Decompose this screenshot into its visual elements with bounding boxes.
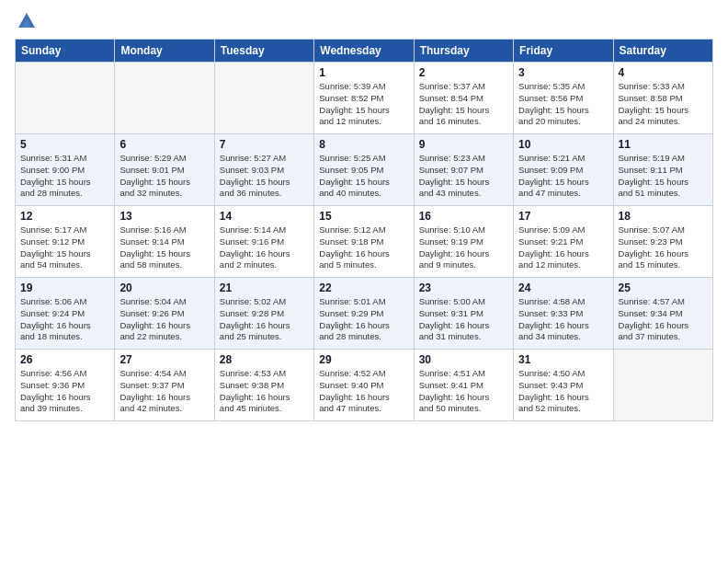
calendar-day: 19Sunrise: 5:06 AMSunset: 9:24 PMDayligh… [16, 278, 115, 350]
day-info: Sunrise: 5:23 AMSunset: 9:07 PMDaylight:… [419, 153, 508, 200]
logo-icon [17, 11, 37, 31]
calendar-day: 2Sunrise: 5:37 AMSunset: 8:54 PMDaylight… [414, 63, 513, 134]
day-info: Sunrise: 5:07 AMSunset: 9:23 PMDaylight:… [619, 224, 708, 271]
day-number: 3 [518, 66, 608, 79]
calendar-day: 3Sunrise: 5:35 AMSunset: 8:56 PMDaylight… [514, 63, 613, 134]
day-number: 29 [319, 353, 408, 366]
day-number: 10 [518, 138, 608, 151]
day-info: Sunrise: 5:02 AMSunset: 9:28 PMDaylight:… [220, 296, 309, 343]
weekday-header: Friday [514, 40, 613, 63]
day-number: 1 [319, 66, 408, 79]
calendar-day: 4Sunrise: 5:33 AMSunset: 8:58 PMDaylight… [613, 63, 712, 134]
day-info: Sunrise: 5:12 AMSunset: 9:18 PMDaylight:… [319, 224, 408, 271]
calendar-day: 5Sunrise: 5:31 AMSunset: 9:00 PMDaylight… [16, 134, 115, 206]
day-info: Sunrise: 5:35 AMSunset: 8:56 PMDaylight:… [518, 81, 608, 128]
day-info: Sunrise: 5:09 AMSunset: 9:21 PMDaylight:… [518, 224, 608, 271]
calendar-week: 1Sunrise: 5:39 AMSunset: 8:52 PMDaylight… [16, 63, 713, 134]
day-info: Sunrise: 5:19 AMSunset: 9:11 PMDaylight:… [619, 153, 708, 200]
calendar-day: 17Sunrise: 5:09 AMSunset: 9:21 PMDayligh… [514, 206, 613, 278]
calendar-day: 22Sunrise: 5:01 AMSunset: 9:29 PMDayligh… [314, 278, 414, 350]
calendar-day [214, 63, 313, 134]
day-info: Sunrise: 5:29 AMSunset: 9:01 PMDaylight:… [119, 153, 209, 200]
day-info: Sunrise: 5:37 AMSunset: 8:54 PMDaylight:… [419, 81, 508, 128]
calendar-day: 21Sunrise: 5:02 AMSunset: 9:28 PMDayligh… [214, 278, 313, 350]
calendar-day: 18Sunrise: 5:07 AMSunset: 9:23 PMDayligh… [613, 206, 712, 278]
day-info: Sunrise: 4:57 AMSunset: 9:34 PMDaylight:… [619, 296, 708, 343]
day-info: Sunrise: 5:17 AMSunset: 9:12 PMDaylight:… [20, 224, 109, 271]
day-info: Sunrise: 5:27 AMSunset: 9:03 PMDaylight:… [220, 153, 309, 200]
weekday-header: Wednesday [314, 40, 414, 63]
header [15, 11, 713, 31]
day-info: Sunrise: 5:33 AMSunset: 8:58 PMDaylight:… [619, 81, 708, 128]
day-number: 22 [319, 282, 408, 294]
day-number: 6 [119, 138, 209, 151]
calendar-day: 6Sunrise: 5:29 AMSunset: 9:01 PMDaylight… [115, 134, 214, 206]
day-info: Sunrise: 5:14 AMSunset: 9:16 PMDaylight:… [220, 224, 309, 271]
day-number: 13 [119, 210, 209, 223]
day-number: 27 [119, 353, 209, 366]
weekday-header: Sunday [16, 40, 115, 63]
day-number: 19 [20, 282, 109, 294]
day-number: 25 [619, 282, 708, 294]
calendar-day: 16Sunrise: 5:10 AMSunset: 9:19 PMDayligh… [414, 206, 513, 278]
day-number: 26 [20, 353, 109, 366]
day-number: 21 [220, 282, 309, 294]
day-number: 20 [119, 282, 209, 294]
calendar-day: 14Sunrise: 5:14 AMSunset: 9:16 PMDayligh… [214, 206, 313, 278]
calendar-day: 27Sunrise: 4:54 AMSunset: 9:37 PMDayligh… [115, 350, 214, 421]
day-number: 31 [518, 353, 608, 366]
day-number: 11 [619, 138, 708, 151]
day-info: Sunrise: 5:00 AMSunset: 9:31 PMDaylight:… [419, 296, 508, 343]
day-number: 23 [419, 282, 508, 294]
day-number: 15 [319, 210, 408, 223]
logo [15, 11, 37, 31]
day-info: Sunrise: 5:16 AMSunset: 9:14 PMDaylight:… [119, 224, 209, 271]
day-info: Sunrise: 4:54 AMSunset: 9:37 PMDaylight:… [119, 368, 209, 415]
weekday-header: Tuesday [214, 40, 313, 63]
day-number: 2 [419, 66, 508, 79]
calendar-week: 5Sunrise: 5:31 AMSunset: 9:00 PMDaylight… [16, 134, 713, 206]
calendar-day [115, 63, 214, 134]
day-info: Sunrise: 4:50 AMSunset: 9:43 PMDaylight:… [518, 368, 608, 415]
day-info: Sunrise: 4:53 AMSunset: 9:38 PMDaylight:… [220, 368, 309, 415]
calendar-day: 11Sunrise: 5:19 AMSunset: 9:11 PMDayligh… [613, 134, 712, 206]
calendar-day: 25Sunrise: 4:57 AMSunset: 9:34 PMDayligh… [613, 278, 712, 350]
day-info: Sunrise: 4:51 AMSunset: 9:41 PMDaylight:… [419, 368, 508, 415]
day-number: 16 [419, 210, 508, 223]
calendar-day: 23Sunrise: 5:00 AMSunset: 9:31 PMDayligh… [414, 278, 513, 350]
day-info: Sunrise: 5:04 AMSunset: 9:26 PMDaylight:… [119, 296, 209, 343]
day-number: 9 [419, 138, 508, 151]
day-info: Sunrise: 4:56 AMSunset: 9:36 PMDaylight:… [20, 368, 109, 415]
day-info: Sunrise: 5:10 AMSunset: 9:19 PMDaylight:… [419, 224, 508, 271]
day-number: 12 [20, 210, 109, 223]
day-number: 18 [619, 210, 708, 223]
day-info: Sunrise: 4:58 AMSunset: 9:33 PMDaylight:… [518, 296, 608, 343]
calendar-week: 19Sunrise: 5:06 AMSunset: 9:24 PMDayligh… [16, 278, 713, 350]
calendar-day: 29Sunrise: 4:52 AMSunset: 9:40 PMDayligh… [314, 350, 414, 421]
page-container: SundayMondayTuesdayWednesdayThursdayFrid… [0, 0, 728, 429]
calendar-day: 13Sunrise: 5:16 AMSunset: 9:14 PMDayligh… [115, 206, 214, 278]
day-info: Sunrise: 5:01 AMSunset: 9:29 PMDaylight:… [319, 296, 408, 343]
day-info: Sunrise: 5:39 AMSunset: 8:52 PMDaylight:… [319, 81, 408, 128]
calendar-week: 12Sunrise: 5:17 AMSunset: 9:12 PMDayligh… [16, 206, 713, 278]
weekday-header: Thursday [414, 40, 513, 63]
day-info: Sunrise: 5:31 AMSunset: 9:00 PMDaylight:… [20, 153, 109, 200]
weekday-header: Saturday [613, 40, 712, 63]
day-number: 7 [220, 138, 309, 151]
day-info: Sunrise: 5:25 AMSunset: 9:05 PMDaylight:… [319, 153, 408, 200]
calendar-table: SundayMondayTuesdayWednesdayThursdayFrid… [15, 39, 713, 421]
day-info: Sunrise: 5:21 AMSunset: 9:09 PMDaylight:… [518, 153, 608, 200]
calendar-day: 31Sunrise: 4:50 AMSunset: 9:43 PMDayligh… [514, 350, 613, 421]
calendar-day: 1Sunrise: 5:39 AMSunset: 8:52 PMDaylight… [314, 63, 414, 134]
day-info: Sunrise: 5:06 AMSunset: 9:24 PMDaylight:… [20, 296, 109, 343]
calendar-day: 28Sunrise: 4:53 AMSunset: 9:38 PMDayligh… [214, 350, 313, 421]
calendar-day: 15Sunrise: 5:12 AMSunset: 9:18 PMDayligh… [314, 206, 414, 278]
calendar-day: 30Sunrise: 4:51 AMSunset: 9:41 PMDayligh… [414, 350, 513, 421]
day-info: Sunrise: 4:52 AMSunset: 9:40 PMDaylight:… [319, 368, 408, 415]
calendar-day: 10Sunrise: 5:21 AMSunset: 9:09 PMDayligh… [514, 134, 613, 206]
calendar-day: 8Sunrise: 5:25 AMSunset: 9:05 PMDaylight… [314, 134, 414, 206]
calendar-header: SundayMondayTuesdayWednesdayThursdayFrid… [16, 40, 713, 63]
day-number: 4 [619, 66, 708, 79]
calendar-day: 9Sunrise: 5:23 AMSunset: 9:07 PMDaylight… [414, 134, 513, 206]
day-number: 8 [319, 138, 408, 151]
